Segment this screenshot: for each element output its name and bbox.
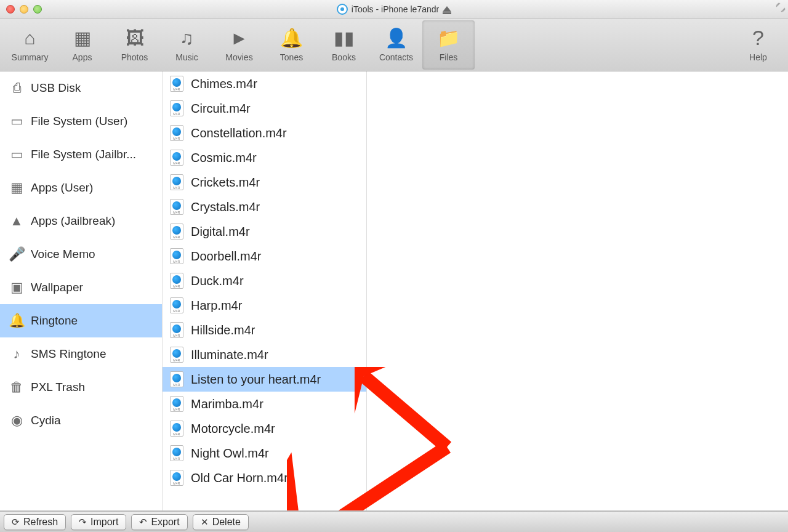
ringtone-file-icon: [170, 174, 183, 190]
ringtone-file-icon: [170, 445, 183, 461]
toolbar-item-photos[interactable]: 🖼Photos: [108, 20, 161, 70]
file-name: Motorcycle.m4r: [191, 422, 275, 436]
sidebar-item-apps-user[interactable]: ▦Apps (User): [0, 171, 162, 204]
toolbar-item-label: Tones: [280, 52, 303, 62]
toolbar-item-label: Summary: [12, 52, 49, 62]
book-icon: ▮▮: [334, 28, 355, 49]
ringtone-file-icon: [170, 421, 183, 437]
sidebar-item-label: Cydia: [31, 414, 61, 427]
sidebar-item-wallpaper[interactable]: ▣Wallpaper: [0, 271, 162, 304]
refresh-label: Refresh: [23, 517, 58, 528]
file-name: Night Owl.m4r: [191, 446, 269, 461]
toolbar-item-movies[interactable]: ►Movies: [213, 20, 265, 70]
ringtone-file-icon: [170, 371, 183, 387]
file-row[interactable]: Doorbell.m4r: [163, 244, 366, 268]
file-row[interactable]: Chimes.m4r: [163, 71, 366, 96]
mic-icon: 🎤: [9, 246, 25, 262]
sidebar-item-pxl-trash[interactable]: 🗑PXL Trash: [0, 371, 162, 404]
toolbar-item-label: Movies: [225, 52, 252, 62]
sidebar-item-label: PXL Trash: [31, 381, 85, 394]
file-name: Crickets.m4r: [191, 175, 260, 190]
fullscreen-icon[interactable]: [776, 2, 786, 12]
toolbar-item-music[interactable]: ♫Music: [161, 20, 213, 70]
toolbar-item-label: Contacts: [379, 52, 413, 62]
sidebar-item-label: Voice Memo: [31, 248, 95, 261]
help-icon: ?: [752, 28, 764, 49]
file-name: Duck.m4r: [191, 274, 244, 288]
bell-icon: 🔔: [9, 313, 25, 329]
sidebar-item-sms-ringtone[interactable]: ♪SMS Ringtone: [0, 337, 162, 371]
delete-label: Delete: [212, 517, 241, 528]
file-name: Circuit.m4r: [191, 102, 251, 116]
refresh-button[interactable]: ⟳ Refresh: [4, 514, 66, 530]
ringtone-file-icon: [170, 248, 183, 264]
export-icon: ↶: [139, 517, 147, 528]
file-name: Crystals.m4r: [191, 200, 260, 214]
toolbar-item-summary[interactable]: ⌂Summary: [4, 20, 56, 70]
grid-icon: ▦: [74, 28, 91, 49]
file-row[interactable]: Old Car Horn.m4r: [163, 465, 366, 490]
contact-icon: 👤: [385, 28, 408, 49]
file-name: Old Car Horn.m4r: [191, 471, 288, 485]
sidebar-item-apps-jailbreak[interactable]: ▲Apps (Jailbreak): [0, 204, 162, 238]
toolbar-item-apps[interactable]: ▦Apps: [56, 20, 108, 70]
toolbar-item-contacts[interactable]: 👤Contacts: [370, 20, 422, 70]
toolbar-item-label: Help: [749, 52, 767, 62]
file-row[interactable]: Harp.m4r: [163, 293, 366, 318]
sidebar-item-file-system-jailbr[interactable]: ▭File System (Jailbr...: [0, 138, 162, 171]
photo-icon: 🖼: [126, 28, 144, 49]
import-button[interactable]: ↷ Import: [71, 514, 126, 530]
delete-button[interactable]: ✕ Delete: [193, 514, 249, 530]
file-row[interactable]: Crickets.m4r: [163, 170, 366, 195]
window-controls: [6, 5, 42, 14]
sidebar-item-file-system-user[interactable]: ▭File System (User): [0, 105, 162, 138]
ringtone-file-icon: [170, 396, 183, 412]
ringtone-file-icon: [170, 125, 183, 141]
file-row[interactable]: Listen to your heart.m4r: [163, 367, 366, 392]
annotation-arrow-icon: [355, 367, 515, 511]
toolbar-item-label: Photos: [121, 52, 148, 62]
file-row[interactable]: Motorcycle.m4r: [163, 416, 366, 441]
sidebar-item-label: Apps (User): [31, 181, 93, 195]
refresh-icon: ⟳: [12, 517, 20, 528]
window-title: iTools - iPhone le7andr: [352, 4, 439, 14]
toolbar-item-tones[interactable]: 🔔Tones: [265, 20, 318, 70]
sidebar-item-cydia[interactable]: ◉Cydia: [0, 404, 162, 437]
file-row[interactable]: Marimba.m4r: [163, 392, 366, 416]
image-icon: ▣: [9, 280, 25, 296]
file-row[interactable]: Hillside.m4r: [163, 318, 366, 342]
file-name: Listen to your heart.m4r: [191, 373, 321, 387]
minimize-button[interactable]: [20, 5, 28, 14]
toolbar-item-books[interactable]: ▮▮Books: [318, 20, 370, 70]
file-row[interactable]: Cosmic.m4r: [163, 145, 366, 170]
sidebar-item-label: File System (Jailbr...: [31, 148, 136, 161]
zoom-button[interactable]: [33, 5, 42, 14]
sidebar-item-label: Wallpaper: [31, 281, 83, 294]
file-row[interactable]: Constellation.m4r: [163, 121, 366, 145]
sidebar-item-voice-memo[interactable]: 🎤Voice Memo: [0, 238, 162, 271]
ringtone-file-icon: [170, 322, 183, 338]
sms-icon: ♪: [9, 346, 25, 362]
toolbar-item-files[interactable]: 📁Files: [422, 20, 475, 70]
play-icon: ►: [230, 28, 249, 49]
close-button[interactable]: [6, 5, 15, 14]
titlebar: iTools - iPhone le7andr: [0, 0, 788, 18]
device-icon: ▭: [9, 113, 25, 129]
sidebar-item-ringtone[interactable]: 🔔Ringtone: [0, 304, 162, 337]
toolbar-item-help[interactable]: ?Help: [732, 20, 784, 70]
ringtone-file-icon: [170, 470, 183, 486]
app-logo-icon: [337, 4, 348, 15]
ringtone-file-icon: [170, 273, 183, 289]
file-row[interactable]: Duck.m4r: [163, 268, 366, 293]
file-name: Chimes.m4r: [191, 77, 257, 91]
sidebar-item-usb-disk[interactable]: ⎙USB Disk: [0, 71, 162, 105]
file-row[interactable]: Digital.m4r: [163, 219, 366, 244]
file-row[interactable]: Illuminate.m4r: [163, 342, 366, 367]
file-row[interactable]: Night Owl.m4r: [163, 441, 366, 465]
delete-icon: ✕: [201, 517, 209, 528]
file-row[interactable]: Crystals.m4r: [163, 195, 366, 219]
file-list: Chimes.m4rCircuit.m4rConstellation.m4rCo…: [163, 71, 367, 510]
file-row[interactable]: Circuit.m4r: [163, 96, 366, 121]
export-button[interactable]: ↶ Export: [131, 514, 187, 530]
eject-icon[interactable]: [443, 6, 451, 12]
